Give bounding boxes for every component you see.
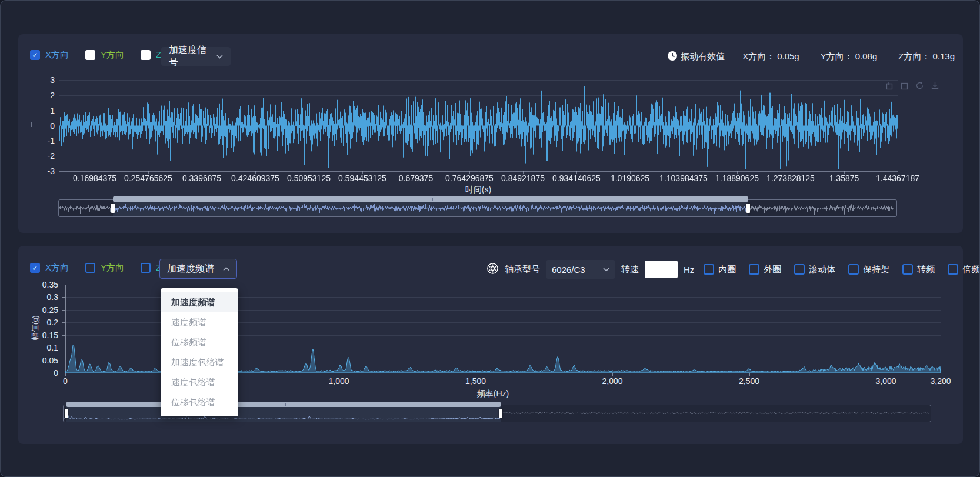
- x-tick-label: 0.424609375: [231, 174, 279, 183]
- checkbox-unchecked-icon[interactable]: [848, 264, 859, 275]
- bearing-icon: [486, 262, 499, 276]
- vibration-analysis-page: X方向Y方向Z方向 加速度信号 振动有效值 X方向：0.05gY方向：0.08g…: [0, 0, 980, 477]
- checkbox-unchecked-icon[interactable]: [85, 50, 95, 60]
- x-tick-label: 1.35875: [829, 174, 859, 183]
- fault-freq-checkbox-3[interactable]: 滚动体: [794, 264, 835, 275]
- datazoom-right-handle[interactable]: [746, 204, 750, 213]
- x-axis-title-time: 时间(s): [465, 185, 491, 195]
- checkbox-unchecked-icon[interactable]: [141, 50, 151, 60]
- bearing-settings-row: 轴承型号 6026/C3 转速 Hz 内圈外圈滚动体保持架转频倍频: [486, 260, 980, 279]
- y-tick-label: 0.15: [35, 331, 58, 340]
- x-tick-label: 0: [63, 376, 68, 386]
- x-tick-label: 2,000: [602, 376, 622, 386]
- rms-value-y: Y方向：0.08g: [821, 51, 878, 62]
- direction-checkbox-x[interactable]: X方向: [30, 262, 69, 273]
- checkbox-unchecked-icon[interactable]: [141, 263, 151, 273]
- bearing-model-select[interactable]: 6026/C3: [546, 260, 615, 279]
- x-tick-label: 0.679375: [399, 174, 433, 183]
- datazoom-selection[interactable]: [66, 405, 501, 422]
- y-tick-label: 0.3: [35, 292, 58, 302]
- speed-input[interactable]: [645, 261, 678, 278]
- checkbox-unchecked-icon[interactable]: [948, 264, 958, 275]
- direction-checkbox-y[interactable]: Y方向: [85, 49, 124, 61]
- fault-freq-checkbox-1[interactable]: 内圈: [704, 264, 736, 275]
- direction-checkbox-group: X方向Y方向Z方向: [30, 49, 179, 61]
- x-tick-label: 1.44367187: [876, 174, 919, 183]
- x-tick-label: 3,200: [930, 376, 951, 386]
- spectrum-menu-option-3[interactable]: 位移频谱: [161, 332, 238, 352]
- chevron-down-icon: [216, 55, 223, 59]
- rms-summary: 振动有效值 X方向：0.05gY方向：0.08gZ方向：0.13g: [667, 51, 955, 63]
- y-tick-label: -3: [31, 166, 55, 176]
- y-tick-label: 0.05: [35, 356, 58, 365]
- y-tick-label: 0: [31, 121, 55, 131]
- direction-checkbox-group: X方向Y方向Z方向: [30, 262, 179, 273]
- rms-title: 振动有效值: [681, 51, 725, 62]
- spectrum-type-dropdown-menu: 加速度频谱速度频谱位移频谱加速度包络谱速度包络谱位移包络谱: [161, 288, 238, 416]
- datazoom-slider-top[interactable]: [58, 199, 897, 217]
- checkbox-unchecked-icon[interactable]: [794, 264, 805, 275]
- spectrum-menu-option-2[interactable]: 速度频谱: [161, 312, 238, 332]
- x-tick-label: 0.934140625: [552, 174, 601, 183]
- spectrum-type-select-value: 加速度频谱: [167, 263, 214, 275]
- datazoom-right-handle[interactable]: [499, 409, 502, 418]
- x-axis-title-frequency: 频率(Hz): [477, 389, 509, 399]
- download-icon[interactable]: [931, 81, 939, 90]
- checkbox-unchecked-icon[interactable]: [85, 263, 95, 273]
- x-tick-label: 0.84921875: [501, 174, 545, 183]
- fault-freq-label: 保持架: [863, 264, 889, 275]
- checkbox-checked-icon[interactable]: [30, 50, 40, 60]
- datazoom-selection[interactable]: [113, 200, 748, 216]
- x-tick-label: 0.3396875: [182, 174, 221, 183]
- bearing-model-value: 6026/C3: [552, 265, 585, 275]
- fault-freq-label: 转频: [917, 264, 935, 275]
- y-tick-label: 3: [31, 75, 55, 85]
- y-tick-label: -2: [31, 151, 55, 161]
- signal-type-select-value: 加速度信号: [169, 44, 211, 69]
- direction-checkbox-label: X方向: [45, 49, 69, 61]
- chevron-down-icon: [603, 268, 609, 272]
- rms-value-x: X方向：0.05g: [742, 51, 799, 62]
- x-tick-label: 1,000: [328, 376, 349, 386]
- fault-freq-label: 内圈: [718, 264, 736, 275]
- waveform-chart-canvas[interactable]: [59, 80, 898, 175]
- restore-icon[interactable]: [915, 81, 924, 90]
- signal-type-select[interactable]: 加速度信号: [161, 47, 231, 66]
- datazoom-left-handle[interactable]: [111, 204, 115, 213]
- datazoom-left-handle[interactable]: [65, 409, 68, 418]
- checkbox-checked-icon[interactable]: [30, 263, 40, 273]
- speed-unit: Hz: [684, 265, 694, 275]
- fault-freq-checkbox-2[interactable]: 外圈: [749, 264, 781, 275]
- checkbox-unchecked-icon[interactable]: [749, 264, 759, 275]
- checkbox-unchecked-icon[interactable]: [704, 264, 714, 275]
- spectrum-menu-option-5[interactable]: 速度包络谱: [161, 372, 238, 392]
- datazoom-bar[interactable]: [66, 402, 501, 407]
- bearing-model-label: 轴承型号: [505, 264, 540, 275]
- zoom-reset-icon[interactable]: [900, 81, 909, 90]
- direction-checkbox-label: Y方向: [101, 262, 124, 273]
- fault-freq-checkbox-5[interactable]: 转频: [902, 264, 935, 275]
- fault-freq-checkbox-4[interactable]: 保持架: [848, 264, 889, 275]
- fault-freq-label: 外圈: [764, 264, 781, 275]
- checkbox-unchecked-icon[interactable]: [902, 264, 913, 275]
- direction-checkbox-label: Y方向: [101, 49, 124, 61]
- fault-freq-checkbox-6[interactable]: 倍频: [948, 264, 980, 275]
- spectrum-panel: X方向Y方向Z方向 加速度频谱 加速度频谱速度频谱位移频谱加速度包络谱速度包络谱…: [18, 246, 963, 444]
- y-tick-label: 0.1: [35, 343, 58, 352]
- spectrum-type-select[interactable]: 加速度频谱: [159, 259, 237, 279]
- y-tick-label: -1: [31, 136, 55, 145]
- rms-value-z: Z方向：0.13g: [898, 51, 955, 62]
- spectrum-menu-option-1[interactable]: 加速度频谱: [161, 292, 238, 312]
- direction-checkbox-y[interactable]: Y方向: [85, 262, 124, 273]
- x-tick-label: 1.273828125: [766, 174, 815, 183]
- datazoom-bar[interactable]: [113, 196, 748, 202]
- x-tick-label: 1.18890625: [715, 174, 759, 183]
- direction-checkbox-x[interactable]: X方向: [30, 49, 69, 61]
- x-tick-label: 1.103984375: [659, 174, 708, 183]
- spectrum-menu-option-4[interactable]: 加速度包络谱: [161, 352, 238, 372]
- x-tick-label: 0.254765625: [124, 174, 172, 183]
- x-tick-label: 2,500: [739, 376, 759, 386]
- chevron-up-icon: [223, 267, 229, 271]
- x-tick-label: 0.16984375: [73, 174, 116, 183]
- spectrum-menu-option-6[interactable]: 位移包络谱: [161, 392, 238, 412]
